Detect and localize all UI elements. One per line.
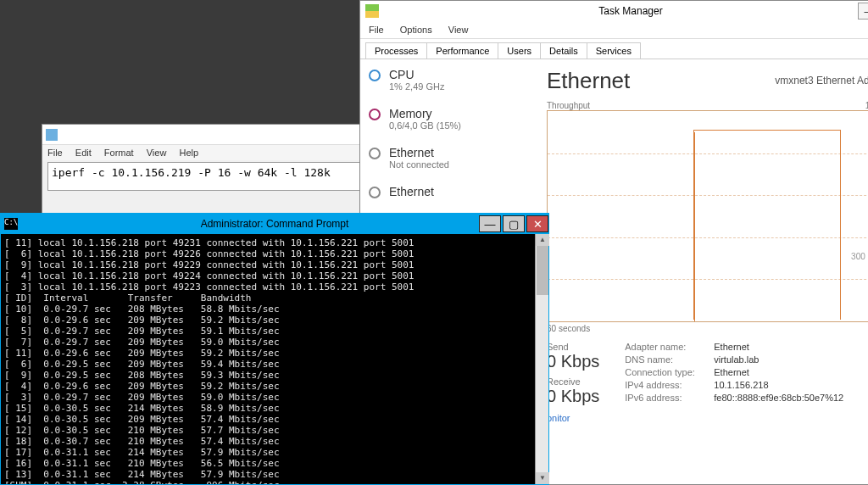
resource-circle-icon <box>369 187 381 198</box>
menu-help[interactable]: Help <box>179 148 198 158</box>
tab-processes[interactable]: Processes <box>365 42 427 59</box>
notepad-titlebar[interactable] <box>42 125 397 145</box>
detail-row: Connection type:Ethernet <box>625 367 868 377</box>
resource-circle-icon <box>369 70 381 81</box>
send-value: 0 Kbps <box>547 352 599 371</box>
throughput-chart: 300 Mbps <box>547 110 868 322</box>
scroll-down-icon[interactable]: ▼ <box>536 472 549 484</box>
scroll-thumb[interactable] <box>537 246 548 295</box>
taskmanager-menubar: File Options View <box>360 21 868 39</box>
detail-row: IPv6 address:fe80::8888:ef9e:68cb:50e7%1… <box>625 393 868 403</box>
chart-midlabel: 300 Mbps <box>851 252 868 261</box>
tab-services[interactable]: Services <box>587 42 641 59</box>
resource-circle-icon <box>369 109 381 120</box>
detail-row: IPv4 address:10.1.156.218 <box>625 380 868 390</box>
tab-details[interactable]: Details <box>540 42 587 59</box>
command-prompt-window: C:\ Administrator: Command Prompt — ▢ ✕ … <box>0 213 549 485</box>
resource-sub: 0,6/4,0 GB (15%) <box>389 120 461 131</box>
taskmanager-titlebar[interactable]: Task Manager — ▢ <box>360 1 868 21</box>
maximize-button[interactable]: ▢ <box>503 215 525 232</box>
resource-monitor-link[interactable]: onitor <box>547 413 570 423</box>
command-prompt-icon: C:\ <box>4 218 18 230</box>
tab-performance[interactable]: Performance <box>426 42 498 59</box>
menu-edit[interactable]: Edit <box>75 148 92 158</box>
performance-main: Ethernet vmxnet3 Ethernet Adapter Throug… <box>538 59 868 466</box>
menu-view[interactable]: View <box>448 25 469 35</box>
receive-label: Receive <box>547 376 599 387</box>
adapter-details: Adapter name:EthernetDNS name:virtulab.l… <box>625 342 868 406</box>
resource-name: Ethernet <box>389 146 449 159</box>
sidebar-item-memory[interactable]: Memory0,6/4,0 GB (15%) <box>369 107 530 131</box>
resource-name: Ethernet <box>389 185 434 198</box>
command-prompt-title: Administrator: Command Prompt <box>201 218 349 230</box>
terminal-output[interactable]: [ 11] local 10.1.156.218 port 49231 conn… <box>1 234 548 484</box>
receive-value: 0 Kbps <box>547 387 599 406</box>
menu-format[interactable]: Format <box>104 148 134 158</box>
notepad-menubar: File Edit Format View Help <box>42 145 397 160</box>
scroll-up-icon[interactable]: ▲ <box>536 234 549 246</box>
menu-options[interactable]: Options <box>400 25 432 35</box>
minimize-button[interactable]: — <box>858 3 868 20</box>
sidebar-item-ethernet[interactable]: EthernetNot connected <box>369 146 530 170</box>
chart-xleft: 60 seconds <box>547 324 590 333</box>
scrollbar[interactable]: ▲ ▼ <box>535 234 548 484</box>
close-button[interactable]: ✕ <box>526 215 548 232</box>
detail-row: DNS name:virtulab.lab <box>625 354 868 365</box>
menu-file[interactable]: File <box>47 148 63 158</box>
resource-name: Memory <box>389 107 461 120</box>
adapter-name: vmxnet3 Ethernet Adapter <box>775 75 868 86</box>
resource-name: CPU <box>389 68 444 81</box>
minimize-button[interactable]: — <box>479 215 501 232</box>
sidebar-item-cpu[interactable]: CPU1% 2,49 GHz <box>369 68 530 92</box>
menu-file[interactable]: File <box>369 25 384 35</box>
taskmanager-title: Task Manager <box>598 5 662 17</box>
notepad-icon <box>46 129 58 141</box>
tab-users[interactable]: Users <box>498 42 541 59</box>
send-label: Send <box>547 342 599 352</box>
chart-ylabel: Throughput <box>547 101 590 110</box>
resource-circle-icon <box>369 148 381 159</box>
notepad-content[interactable]: iperf -c 10.1.156.219 -P 16 -w 64k -l 12… <box>47 162 392 191</box>
taskmanager-tabs: Processes Performance Users Details Serv… <box>360 39 868 59</box>
menu-view[interactable]: View <box>147 148 167 158</box>
resource-sub: 1% 2,49 GHz <box>389 81 444 92</box>
sidebar-item-ethernet[interactable]: Ethernet <box>369 185 530 198</box>
notepad-window: File Edit Format View Help iperf -c 10.1… <box>42 124 398 226</box>
resource-sub: Not connected <box>389 159 449 170</box>
chart-line <box>693 130 841 320</box>
taskmanager-icon <box>365 4 379 18</box>
detail-row: Adapter name:Ethernet <box>625 342 868 352</box>
command-prompt-titlebar[interactable]: C:\ Administrator: Command Prompt — ▢ ✕ <box>1 214 548 234</box>
